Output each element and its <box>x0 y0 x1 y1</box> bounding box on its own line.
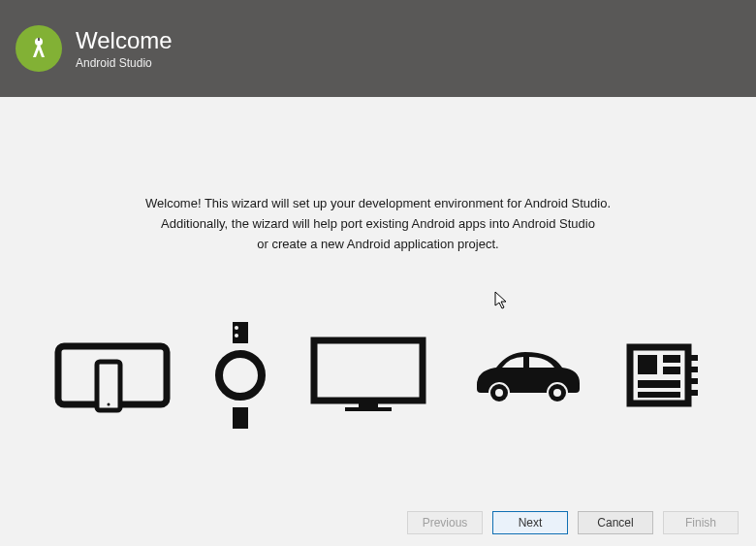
svg-rect-11 <box>359 401 378 407</box>
svg-rect-26 <box>690 390 698 396</box>
svg-point-7 <box>235 334 238 337</box>
svg-rect-5 <box>233 322 248 343</box>
svg-rect-12 <box>345 407 392 411</box>
svg-rect-22 <box>638 392 680 398</box>
svg-point-14 <box>495 389 503 397</box>
android-studio-logo-icon <box>16 25 62 72</box>
wizard-content: Welcome! This wizard will set up your de… <box>0 97 756 429</box>
finish-button: Finish <box>663 511 739 534</box>
cancel-button[interactable]: Cancel <box>578 511 653 534</box>
svg-point-16 <box>553 389 561 397</box>
welcome-text-line2: Additionally, the wizard will help port … <box>161 216 595 231</box>
page-subtitle: Android Studio <box>76 56 173 70</box>
svg-rect-25 <box>690 378 698 384</box>
page-title: Welcome <box>76 27 173 54</box>
tv-icon <box>310 337 426 414</box>
svg-rect-21 <box>638 380 680 388</box>
svg-rect-9 <box>233 407 248 429</box>
svg-rect-18 <box>638 355 657 374</box>
platform-icons-row <box>0 322 756 429</box>
svg-rect-19 <box>663 355 680 363</box>
things-icon <box>624 341 702 409</box>
svg-point-6 <box>235 326 238 330</box>
svg-point-8 <box>219 354 262 397</box>
svg-point-4 <box>108 403 110 406</box>
svg-rect-20 <box>663 367 680 374</box>
watch-icon <box>211 322 269 429</box>
tablet-phone-icon <box>54 337 171 414</box>
svg-rect-10 <box>314 340 423 401</box>
svg-rect-24 <box>690 367 698 372</box>
car-icon <box>467 346 583 404</box>
next-button[interactable]: Next <box>492 511 568 534</box>
svg-rect-1 <box>38 38 40 41</box>
wizard-header: Welcome Android Studio <box>0 0 756 97</box>
svg-rect-23 <box>690 355 698 361</box>
wizard-footer: Previous Next Cancel Finish <box>407 511 739 534</box>
welcome-text-line3: or create a new Android application proj… <box>257 237 498 251</box>
welcome-text-line1: Welcome! This wizard will set up your de… <box>145 196 611 210</box>
previous-button: Previous <box>407 511 483 534</box>
